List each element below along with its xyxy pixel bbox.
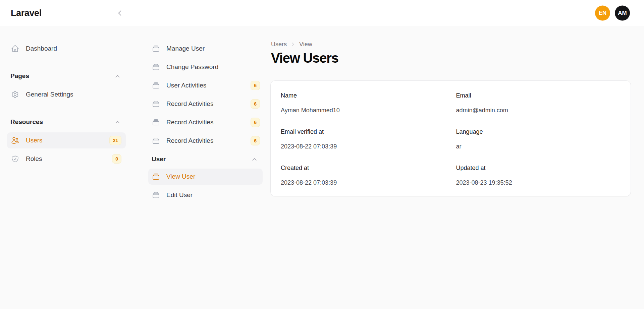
subnav-item-label: Manage User (166, 45, 205, 52)
rectangle-stack-icon (152, 137, 160, 145)
resource-subnav: Manage User Change Password User Activit… (148, 41, 263, 205)
sidebar-item-label: General Settings (26, 91, 73, 98)
page-title: View Users (271, 51, 631, 65)
subnav-item-label: Edit User (166, 191, 193, 199)
top-bar-actions: EN AM (595, 5, 630, 20)
field-value: Ayman Mohammed10 (281, 106, 445, 114)
content-layout: Dashboard Pages General Settings Resourc… (0, 26, 644, 205)
field-name: Name Ayman Mohammed10 (281, 91, 445, 114)
main-content: Users View View Users Name Ayman Mohamme… (270, 41, 631, 196)
rectangle-stack-icon (152, 45, 160, 53)
sidebar-item-roles[interactable]: Roles 0 (7, 151, 126, 167)
brand-logo: Laravel (11, 8, 42, 18)
rectangle-stack-icon (152, 173, 160, 181)
subnav-item-label: View User (166, 173, 195, 180)
count-badge: 0 (112, 154, 121, 164)
section-label: Resources (10, 118, 43, 126)
subnav-item-record-activities[interactable]: Record Activities 6 (148, 133, 263, 149)
subnav-item-label: User Activities (166, 82, 206, 89)
breadcrumb: Users View (271, 41, 631, 48)
chevron-left-icon (116, 9, 123, 17)
field-label: Name (281, 91, 445, 100)
rectangle-stack-icon (152, 81, 160, 89)
section-label: User (152, 156, 166, 163)
users-icon (11, 136, 19, 144)
count-badge: 6 (251, 118, 260, 127)
rectangle-stack-icon (152, 100, 160, 108)
chevron-up-icon (115, 119, 120, 125)
rectangle-stack-icon (152, 63, 160, 71)
chevron-up-icon (252, 157, 257, 162)
subnav-item-label: Record Activities (166, 100, 213, 108)
sidebar-item-label: Dashboard (26, 45, 57, 52)
sidebar-item-label: Roles (26, 155, 42, 163)
subnav-item-change-password[interactable]: Change Password (148, 59, 263, 75)
field-value: admin@admin.com (456, 106, 621, 114)
field-label: Email (456, 91, 621, 100)
sidebar-item-users[interactable]: Users 21 (7, 132, 126, 148)
breadcrumb-link-users[interactable]: Users (271, 41, 287, 48)
subnav-item-label: Change Password (166, 63, 218, 71)
top-bar: Laravel EN AM (0, 0, 644, 26)
chevron-up-icon (115, 73, 120, 79)
count-badge: 6 (251, 99, 260, 109)
count-badge: 6 (251, 81, 260, 90)
field-email-verified-at: Email verified at 2023-08-22 07:03:39 (281, 128, 445, 150)
rectangle-stack-icon (152, 191, 160, 199)
subnav-item-user-activities[interactable]: User Activities 6 (148, 77, 263, 94)
language-switcher-button[interactable]: EN (595, 5, 610, 20)
shield-check-icon (11, 155, 19, 163)
field-created-at: Created at 2023-08-22 07:03:39 (281, 164, 445, 187)
sidebar-section-pages[interactable]: Pages (7, 68, 126, 84)
sidebar-item-label: Users (26, 137, 43, 144)
subnav-item-edit-user[interactable]: Edit User (148, 187, 263, 203)
subnav-item-record-activities[interactable]: Record Activities 6 (148, 114, 263, 130)
field-language: Language ar (456, 128, 621, 150)
field-value: 2023-08-23 19:35:52 (456, 179, 621, 187)
breadcrumb-current: View (299, 41, 312, 48)
subnav-item-manage-user[interactable]: Manage User (148, 41, 263, 57)
field-updated-at: Updated at 2023-08-23 19:35:52 (456, 164, 621, 187)
field-label: Email verified at (281, 128, 445, 136)
subnav-item-label: Record Activities (166, 119, 213, 126)
field-value: 2023-08-22 07:03:39 (281, 142, 445, 150)
user-details-card: Name Ayman Mohammed10 Email admin@admin.… (270, 80, 631, 196)
subnav-item-record-activities[interactable]: Record Activities 6 (148, 96, 263, 112)
rectangle-stack-icon (152, 118, 160, 126)
chevron-right-icon (290, 42, 296, 47)
field-grid: Name Ayman Mohammed10 Email admin@admin.… (281, 91, 621, 187)
field-value: 2023-08-22 07:03:39 (281, 179, 445, 187)
field-email: Email admin@admin.com (456, 91, 621, 114)
section-label: Pages (10, 72, 29, 80)
user-avatar[interactable]: AM (615, 5, 630, 20)
count-badge: 21 (109, 136, 121, 145)
sidebar-item-general-settings[interactable]: General Settings (7, 86, 126, 103)
field-value: ar (456, 142, 621, 150)
field-label: Language (456, 128, 621, 136)
field-label: Created at (281, 164, 445, 172)
gear-icon (11, 90, 19, 99)
subnav-group-user[interactable]: User (148, 151, 263, 167)
sidebar-section-resources[interactable]: Resources (7, 114, 126, 130)
sidebar: Dashboard Pages General Settings Resourc… (0, 41, 131, 169)
sidebar-collapse-button[interactable] (115, 8, 125, 18)
subnav-item-label: Record Activities (166, 137, 213, 144)
home-icon (11, 45, 19, 53)
count-badge: 6 (251, 136, 260, 145)
subnav-item-view-user[interactable]: View User (148, 169, 263, 185)
sidebar-item-dashboard[interactable]: Dashboard (7, 41, 126, 57)
field-label: Updated at (456, 164, 621, 172)
